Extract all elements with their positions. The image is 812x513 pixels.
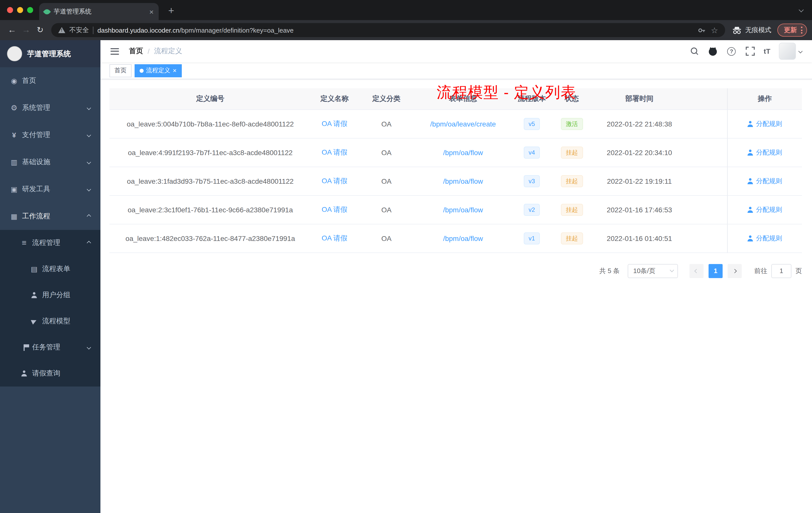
- sidebar-item-process-model[interactable]: 流程模型: [0, 308, 100, 334]
- table-header-row: 定义编号 定义名称 定义分类 表单信息 流程版本 状态 部署时间 操作: [110, 88, 802, 110]
- address-bar[interactable]: 不安全 dashboard.yudao.iocoder.cn/bpm/manag…: [51, 23, 725, 37]
- user-menu[interactable]: [779, 43, 802, 60]
- definition-name-link[interactable]: OA 请假: [322, 148, 348, 156]
- password-key-icon[interactable]: [697, 25, 707, 35]
- sidebar-item-system[interactable]: 系统管理: [0, 94, 100, 121]
- tag-process-definition[interactable]: 流程定义 ×: [135, 64, 181, 77]
- tag-close-icon[interactable]: ×: [173, 67, 176, 74]
- forward-button[interactable]: [19, 23, 33, 37]
- assign-rule-button[interactable]: 分配规则: [748, 234, 782, 243]
- sidebar-item-workflow[interactable]: 工作流程: [0, 203, 100, 230]
- update-label: 更新: [784, 26, 797, 35]
- sidebar-item-process-form[interactable]: 流程表单: [0, 256, 100, 282]
- table-row: oa_leave:2:3c1f0ef1-76b1-11ec-9c66-a2380…: [110, 195, 802, 224]
- logo-title: 芋道管理系统: [27, 49, 71, 58]
- avatar[interactable]: [779, 43, 796, 60]
- sidebar-item-task-mgmt[interactable]: 任务管理: [0, 334, 100, 360]
- sidebar-item-devtools[interactable]: 研发工具: [0, 176, 100, 203]
- tab-close-icon[interactable]: ×: [149, 8, 154, 15]
- sidebar-item-user-group[interactable]: 用户分组: [0, 282, 100, 308]
- assign-rule-button[interactable]: 分配规则: [748, 205, 782, 214]
- workflow-submenu: 流程管理 流程表单 用户分组 流程模型 任务管理: [0, 230, 100, 387]
- list-icon: [20, 238, 28, 247]
- browser-toolbar: 不安全 dashboard.yudao.iocoder.cn/bpm/manag…: [0, 20, 812, 40]
- bookmark-star-icon[interactable]: [711, 25, 718, 35]
- tag-home[interactable]: 首页: [110, 64, 132, 77]
- definition-name-link[interactable]: OA 请假: [322, 176, 348, 184]
- cell-id: oa_leave:5:004b710b-7b8a-11ec-8ef0-acde4…: [110, 110, 311, 138]
- sidebar-toggle-icon[interactable]: [109, 45, 121, 58]
- search-icon[interactable]: [690, 46, 699, 56]
- new-tab-button[interactable]: +: [165, 4, 178, 18]
- assign-rule-button[interactable]: 分配规则: [748, 119, 782, 128]
- next-page-button[interactable]: [728, 264, 742, 278]
- cell-id: oa_leave:1:482ec033-762a-11ec-8477-a2380…: [110, 224, 311, 252]
- sidebar-item-leave-query[interactable]: 请假查询: [0, 360, 100, 387]
- tools-icon: [10, 185, 18, 193]
- assign-rule-button[interactable]: 分配规则: [748, 176, 782, 185]
- form-link[interactable]: /bpm/oa/leave/create: [430, 120, 496, 128]
- form-link[interactable]: /bpm/oa/flow: [443, 234, 483, 242]
- pagination-total: 共 5 条: [599, 266, 620, 275]
- chrome-update-button[interactable]: 更新: [777, 24, 807, 37]
- status-badge: 挂起: [561, 146, 583, 158]
- zoom-window-button[interactable]: [27, 7, 33, 13]
- gear-icon: [10, 103, 18, 113]
- url-domain: dashboard.yudao.iocoder.cn: [97, 26, 179, 34]
- page-number-active[interactable]: 1: [708, 264, 723, 278]
- form-link[interactable]: /bpm/oa/flow: [443, 177, 483, 185]
- cell-category: OA: [358, 167, 415, 195]
- minimize-window-button[interactable]: [17, 7, 23, 13]
- status-badge: 挂起: [561, 204, 583, 216]
- reload-button[interactable]: [33, 23, 47, 37]
- cell-category: OA: [358, 138, 415, 167]
- fullscreen-icon[interactable]: [745, 46, 755, 56]
- col-header-category: 定义分类: [358, 88, 415, 110]
- page-content: 定义编号 定义名称 定义分类 表单信息 流程版本 状态 部署时间 操作: [100, 79, 812, 513]
- breadcrumb-home[interactable]: 首页: [129, 47, 143, 56]
- cell-category: OA: [358, 110, 415, 138]
- col-header-version: 流程版本: [511, 88, 553, 110]
- security-label: 不安全: [69, 26, 89, 35]
- sidebar-item-payment[interactable]: 支付管理: [0, 121, 100, 149]
- logo-avatar: [7, 46, 22, 61]
- browser-menu-icon[interactable]: [801, 27, 803, 34]
- workflow-icon: [10, 212, 18, 220]
- sidebar-item-infrastructure[interactable]: 基础设施: [0, 149, 100, 176]
- cell-deploy-time: 2022-01-22 21:48:38: [591, 110, 688, 138]
- col-header-form: 表单信息: [415, 88, 511, 110]
- tab-search-caret-icon[interactable]: [800, 4, 803, 13]
- cell-deploy-time: 2022-01-16 17:46:53: [591, 195, 688, 224]
- sidebar-item-home[interactable]: 首页: [0, 67, 100, 94]
- browser-tab[interactable]: 芋道管理系统 ×: [39, 3, 159, 20]
- back-button[interactable]: [5, 23, 19, 37]
- form-link[interactable]: /bpm/oa/flow: [443, 148, 483, 156]
- definition-name-link[interactable]: OA 请假: [322, 234, 348, 242]
- sidebar: 芋道管理系统 首页 系统管理 支付管理 基础设施: [0, 40, 100, 513]
- col-header-filler: [688, 88, 727, 110]
- chevron-down-icon: [799, 49, 803, 54]
- breadcrumb-separator: /: [148, 47, 150, 55]
- person-icon: [748, 207, 754, 213]
- definition-name-link[interactable]: OA 请假: [322, 119, 348, 127]
- cell-deploy-time: 2022-01-16 01:40:51: [591, 224, 688, 252]
- help-icon[interactable]: ?: [727, 46, 737, 56]
- github-icon[interactable]: [708, 46, 718, 56]
- goto-page-input[interactable]: [771, 264, 791, 278]
- prev-page-button[interactable]: [690, 264, 703, 278]
- sidebar-item-process-mgmt[interactable]: 流程管理: [0, 230, 100, 256]
- person-icon: [20, 370, 28, 376]
- tab-title: 芋道管理系统: [54, 7, 145, 16]
- assign-rule-button[interactable]: 分配规则: [748, 148, 782, 157]
- definition-name-link[interactable]: OA 请假: [322, 205, 348, 213]
- person-icon: [748, 121, 754, 127]
- chevron-up-icon: [87, 214, 91, 219]
- font-size-icon[interactable]: tT: [764, 47, 770, 55]
- version-tag: v4: [523, 146, 540, 158]
- sidebar-logo[interactable]: 芋道管理系统: [0, 40, 100, 67]
- dashboard-icon: [10, 77, 18, 85]
- close-window-button[interactable]: [7, 7, 13, 13]
- form-link[interactable]: /bpm/oa/flow: [443, 206, 483, 214]
- incognito-badge: 无痕模式: [732, 26, 771, 35]
- page-size-select[interactable]: 10条/页: [628, 264, 678, 278]
